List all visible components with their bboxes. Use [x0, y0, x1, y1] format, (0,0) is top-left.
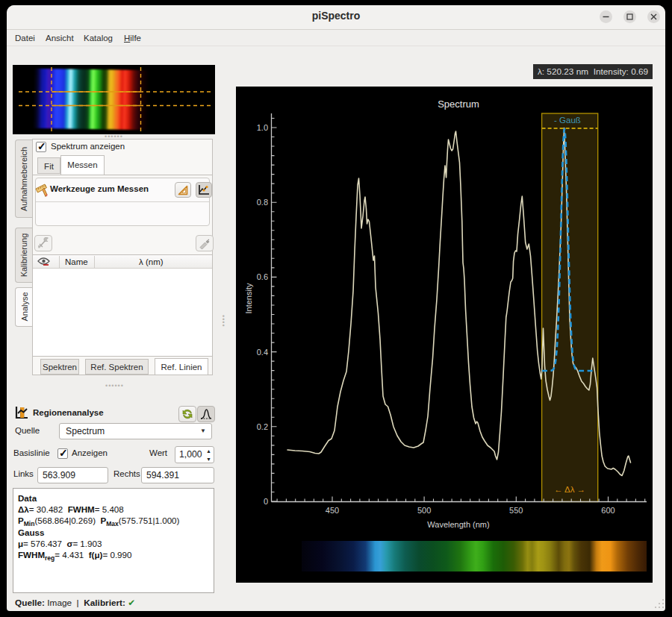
- svg-text:Intensity: Intensity: [244, 283, 253, 313]
- svg-text:Spectrum: Spectrum: [438, 98, 479, 110]
- svg-text:← Δλ →: ← Δλ →: [554, 485, 585, 494]
- svg-text:600: 600: [601, 506, 615, 515]
- svg-text:500: 500: [417, 506, 431, 515]
- svg-text:- Gauß: - Gauß: [554, 116, 581, 125]
- svg-text:Wavelength (nm): Wavelength (nm): [427, 520, 489, 529]
- svg-text:550: 550: [509, 506, 523, 515]
- svg-text:0: 0: [264, 497, 268, 506]
- svg-text:0.8: 0.8: [257, 198, 268, 207]
- svg-text:0.4: 0.4: [257, 348, 268, 357]
- svg-text:0.6: 0.6: [257, 272, 268, 281]
- svg-text:1.0: 1.0: [257, 123, 268, 132]
- svg-text:0.2: 0.2: [257, 422, 268, 431]
- svg-text:450: 450: [326, 506, 339, 515]
